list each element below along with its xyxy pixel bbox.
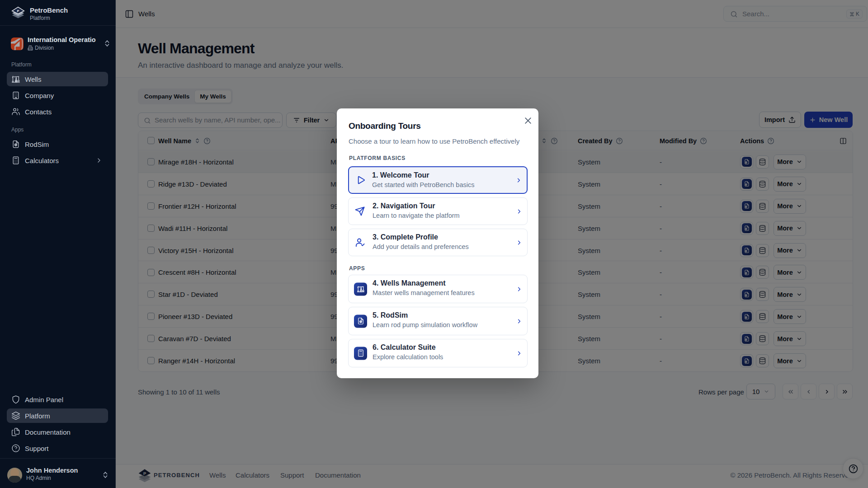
svg-text:P: P	[17, 9, 19, 13]
